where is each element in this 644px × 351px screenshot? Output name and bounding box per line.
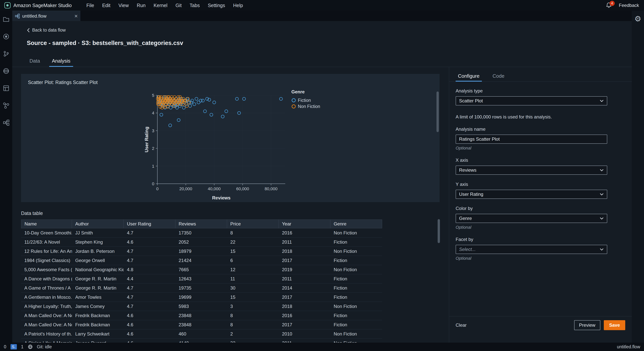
tab-analysis[interactable]: Analysis xyxy=(49,56,73,67)
x-axis-select[interactable]: Reviews xyxy=(456,166,607,175)
menu-tabs[interactable]: Tabs xyxy=(186,0,204,11)
chart-panel-scrollbar[interactable] xyxy=(436,92,439,132)
svg-text:User Rating: User Rating xyxy=(144,127,149,152)
central-column: untitled.flow × Back to data flow Source… xyxy=(12,11,632,342)
cell-name: A Stolen Life: A Memoir xyxy=(21,338,72,342)
preview-button[interactable]: Preview xyxy=(574,320,600,330)
cell-name: 10-Day Green Smoothi... xyxy=(21,228,72,237)
notifications-bell-icon[interactable]: 4 xyxy=(606,2,612,9)
chevron-down-icon xyxy=(600,169,604,172)
app-title: Amazon SageMaker Studio xyxy=(14,3,72,8)
menu-kernel[interactable]: Kernel xyxy=(150,0,171,11)
color-by-select[interactable]: Genre xyxy=(456,214,607,223)
cell-name: 11/22/63: A Novel xyxy=(21,238,72,246)
chevron-down-icon xyxy=(600,248,604,251)
cell-reviews: 23848 xyxy=(175,320,227,329)
cell-user-rating: 4.8 xyxy=(124,265,175,274)
cell-reviews: 18979 xyxy=(175,247,227,256)
color-by-optional: Optional xyxy=(456,225,625,230)
menu-git[interactable]: Git xyxy=(172,0,186,11)
cell-year: 2011 xyxy=(279,238,330,246)
facet-by-optional: Optional xyxy=(456,256,625,261)
svg-text:80,000: 80,000 xyxy=(264,186,278,191)
cell-year: 2010 xyxy=(279,329,330,338)
cell-author: James Comey xyxy=(72,302,124,311)
clusters-icon[interactable] xyxy=(2,67,10,75)
main-scrollbar[interactable] xyxy=(438,219,440,243)
git-icon[interactable] xyxy=(2,50,10,58)
tab-untitled-flow[interactable]: untitled.flow × xyxy=(12,11,80,21)
menu-file[interactable]: File xyxy=(82,0,98,11)
cell-year: 2019 xyxy=(279,265,330,274)
sagemaker-logo xyxy=(4,2,11,8)
cell-genre: Non Fiction xyxy=(330,228,382,237)
y-axis-value: User Rating xyxy=(459,192,484,197)
tab-configure[interactable]: Configure xyxy=(456,71,482,82)
column-header-reviews: Reviews xyxy=(175,220,227,228)
column-header-author: Author xyxy=(72,220,124,228)
svg-text:0: 0 xyxy=(156,186,158,191)
cell-genre: Fiction xyxy=(330,274,382,283)
cell-year: 2017 xyxy=(279,320,330,329)
cell-genre: Non Fiction xyxy=(330,329,382,338)
cell-reviews: 460 xyxy=(175,329,227,338)
cell-name: 5,000 Awesome Facts (... xyxy=(21,265,72,274)
chevron-down-icon xyxy=(600,100,604,102)
svg-text:Genre: Genre xyxy=(291,89,304,94)
cell-author: George Orwell xyxy=(72,256,124,265)
cell-genre: Non Fiction xyxy=(330,338,382,342)
analysis-name-input[interactable] xyxy=(456,134,607,144)
cell-price: 12 xyxy=(227,265,279,274)
y-axis-label: Y axis xyxy=(456,182,625,187)
clear-button[interactable]: Clear xyxy=(456,320,466,330)
cell-name: 12 Rules for Life: An An... xyxy=(21,247,72,256)
cell-genre: Fiction xyxy=(330,256,382,265)
page-body: Scatter Plot: Ratings Scatter Plot 01234… xyxy=(12,67,632,342)
cell-price: 8 xyxy=(227,228,279,237)
cell-user-rating: 4.6 xyxy=(124,329,175,338)
extensions-icon[interactable] xyxy=(2,84,10,92)
cell-price: 11 xyxy=(227,274,279,283)
settings-gear-icon[interactable]: ⚙ xyxy=(634,15,641,342)
table-row: A Patriot's History of th...Larry Schwei… xyxy=(21,329,382,338)
running-terminals-icon[interactable] xyxy=(2,33,10,40)
app-brand: Amazon SageMaker Studio xyxy=(4,2,72,8)
facet-by-select[interactable]: Select... xyxy=(456,245,607,254)
kernel-status-badge[interactable]: S. xyxy=(10,344,17,350)
back-link[interactable]: Back to data flow xyxy=(27,28,66,33)
git-status[interactable]: Git: idle xyxy=(37,344,52,350)
cell-price: 3 xyxy=(227,302,279,311)
menu-settings[interactable]: Settings xyxy=(204,0,229,11)
globe-icon[interactable] xyxy=(28,344,33,349)
cell-genre: Fiction xyxy=(330,293,382,302)
cell-reviews: 12643 xyxy=(175,274,227,283)
feedback-link[interactable]: Feedback xyxy=(619,3,639,8)
menu-edit[interactable]: Edit xyxy=(98,0,114,11)
close-icon[interactable]: × xyxy=(74,13,78,19)
cell-reviews: 5983 xyxy=(175,302,227,311)
menu-help[interactable]: Help xyxy=(229,0,247,11)
table-row: A Stolen Life: A MemoirJaycee Dugard4.64… xyxy=(21,338,382,342)
y-axis-select[interactable]: User Rating xyxy=(456,190,607,199)
tab-code[interactable]: Code xyxy=(490,71,507,82)
analysis-type-select[interactable]: Scatter Plot xyxy=(456,96,607,106)
save-button[interactable]: Save xyxy=(604,320,625,330)
svg-text:Fiction: Fiction xyxy=(298,98,311,103)
cell-price: 6 xyxy=(227,256,279,265)
tab-data[interactable]: Data xyxy=(27,56,43,67)
x-axis-value: Reviews xyxy=(459,168,476,173)
file-browser-icon[interactable] xyxy=(2,16,10,23)
table-row: 1984 (Signet Classics)George Orwell4.721… xyxy=(21,256,382,265)
scatter-plot-panel: Scatter Plot: Ratings Scatter Plot 01234… xyxy=(21,74,440,202)
tab-label: untitled.flow xyxy=(22,14,46,19)
column-header-year: Year xyxy=(279,220,330,228)
pipelines-icon[interactable] xyxy=(2,102,10,109)
svg-text:Non Fiction: Non Fiction xyxy=(298,104,320,109)
editor-tab-bar: untitled.flow × xyxy=(12,11,632,21)
chevron-down-icon xyxy=(600,217,604,220)
cell-year: 2011 xyxy=(279,338,330,342)
menu-view[interactable]: View xyxy=(114,0,133,11)
cell-price: 15 xyxy=(227,247,279,256)
menu-run[interactable]: Run xyxy=(133,0,150,11)
data-flow-icon[interactable] xyxy=(2,119,10,126)
